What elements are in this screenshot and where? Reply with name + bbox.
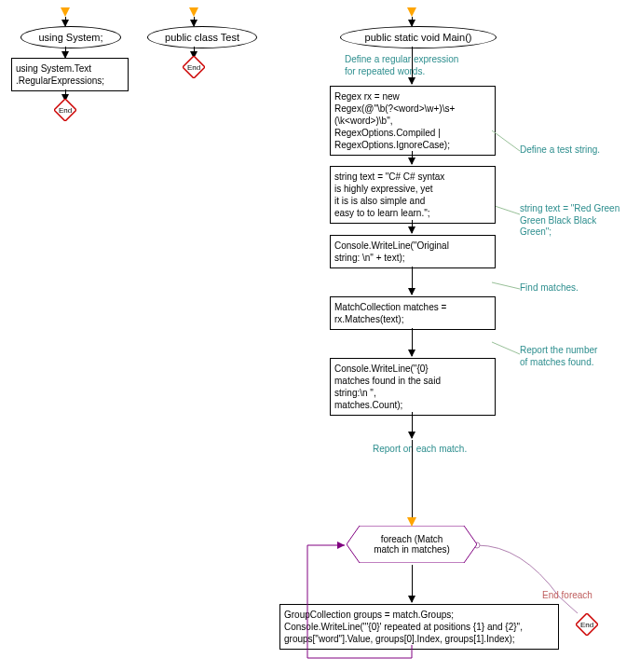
box-matchcollection: MatchCollection matches = rx.Matches(tex… bbox=[330, 296, 496, 330]
svg-marker-9 bbox=[337, 542, 345, 549]
end-node-col1: End bbox=[54, 99, 76, 121]
ellipse-main: public static void Main() bbox=[340, 26, 497, 48]
end-label: End bbox=[187, 63, 200, 72]
annotation-report-number: Report the number of matches found. bbox=[520, 345, 597, 368]
box-groupcollection: GroupCollection groups = match.Groups; C… bbox=[279, 604, 559, 650]
svg-line-3 bbox=[492, 205, 520, 214]
return-arrow-layer bbox=[0, 0, 640, 672]
box-text: Regex rx = new Regex(@"\b(?<word>\w+)\s+… bbox=[334, 91, 455, 150]
box-text: GroupCollection groups = match.Groups; C… bbox=[284, 610, 523, 644]
box-writeline-count: Console.WriteLine("{0} matches found in … bbox=[330, 358, 496, 416]
hex-label: foreach (Match match in matches) bbox=[347, 526, 477, 563]
flowline bbox=[65, 17, 66, 26]
flowline bbox=[65, 47, 66, 58]
flowline bbox=[412, 412, 413, 438]
box-regex: Regex rx = new Regex(@"\b(?<word>\w+)\s+… bbox=[330, 86, 496, 156]
flowline bbox=[412, 220, 413, 233]
flowline bbox=[412, 47, 413, 84]
box-text: MatchCollection matches = rx.Matches(tex… bbox=[334, 302, 446, 324]
ellipse-label: using System; bbox=[38, 32, 102, 43]
entry-arrow-col1 bbox=[61, 7, 70, 17]
ellipse-using-system: using System; bbox=[20, 26, 121, 48]
end-label: End bbox=[59, 106, 72, 115]
entry-arrow-col2 bbox=[189, 7, 198, 17]
annotation-define-regex: Define a regular expression for repeated… bbox=[345, 54, 458, 77]
svg-line-2 bbox=[492, 130, 520, 151]
flowline bbox=[412, 565, 413, 602]
box-text: Console.WriteLine("Original string: \n" … bbox=[334, 240, 449, 263]
flowline bbox=[194, 17, 195, 26]
box-writeline-original: Console.WriteLine("Original string: \n" … bbox=[330, 235, 496, 268]
annotation-report-each: Report on each match. bbox=[373, 444, 467, 456]
box-text: Console.WriteLine("{0} matches found in … bbox=[334, 363, 441, 410]
entry-arrow-col3 bbox=[407, 7, 416, 17]
annotation-define-test-string: Define a test string. bbox=[520, 144, 600, 157]
flowline bbox=[412, 440, 413, 524]
diamond-icon: End bbox=[54, 99, 76, 121]
box-using-regex: using System.Text .RegularExpressions; bbox=[11, 58, 129, 91]
end-node-col3: End bbox=[576, 613, 598, 636]
flowline bbox=[412, 17, 413, 26]
diamond-icon: End bbox=[576, 613, 598, 636]
diamond-icon: End bbox=[183, 56, 205, 78]
flowline bbox=[412, 151, 413, 164]
svg-line-5 bbox=[492, 342, 520, 354]
flowline bbox=[412, 267, 413, 295]
annotation-find-matches: Find matches. bbox=[520, 282, 579, 295]
annotation-end-foreach: End foreach bbox=[542, 590, 592, 602]
box-test-string: string text = "C# C# syntax is highly ex… bbox=[330, 166, 496, 224]
flowline bbox=[412, 328, 413, 356]
foreach-hex: foreach (Match match in matches) bbox=[347, 526, 477, 563]
box-text: string text = "C# C# syntax is highly ex… bbox=[334, 171, 444, 218]
svg-line-4 bbox=[492, 282, 520, 289]
annotation-alt-string: string text = "Red Green Green Black Bla… bbox=[520, 203, 620, 239]
end-node-col2: End bbox=[183, 56, 205, 78]
connectors-layer bbox=[0, 0, 640, 672]
ellipse-label: public class Test bbox=[165, 32, 239, 43]
end-label: End bbox=[580, 621, 593, 629]
ellipse-public-class: public class Test bbox=[147, 26, 257, 48]
box-text: using System.Text .RegularExpressions; bbox=[16, 63, 104, 86]
ellipse-label: public static void Main() bbox=[365, 32, 472, 43]
